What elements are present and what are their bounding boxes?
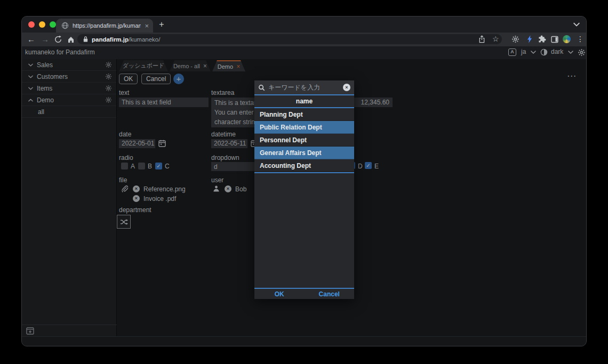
browser-window: https://pandafirm.jp/kumaneko × + ← → pa… (21, 16, 587, 346)
reload-icon[interactable] (54, 36, 62, 43)
browser-tab[interactable]: https://pandafirm.jp/kumaneko × (56, 19, 153, 33)
globe-favicon-icon (61, 22, 69, 29)
forward-icon[interactable]: → (41, 35, 49, 44)
back-icon[interactable]: ← (27, 35, 35, 44)
side-panel-icon[interactable] (551, 36, 558, 43)
url-path: /kumaneko/ (129, 36, 160, 43)
popup-option-general-affairs[interactable]: General Affairs Dept (254, 147, 354, 159)
address-bar[interactable]: pandafirm.jp/kumaneko/ (77, 34, 502, 44)
department-select-popup: × name Planning Dept Public Relation Dep… (254, 80, 354, 299)
tab-close-icon[interactable]: × (145, 22, 149, 29)
browser-menu-icon[interactable]: ⋮ (577, 35, 584, 43)
popup-cancel-button[interactable]: Cancel (305, 289, 355, 299)
popup-option-planning[interactable]: Planning Dept (254, 108, 354, 121)
popup-option-public-relation[interactable]: Public Relation Dept (254, 121, 354, 134)
new-tab-button[interactable]: + (156, 19, 167, 30)
extension-gear-icon[interactable] (511, 35, 519, 43)
popup-empty-area (254, 173, 354, 288)
profile-avatar[interactable] (563, 35, 571, 43)
bookmark-star-icon[interactable]: ☆ (492, 35, 499, 43)
popup-search-input[interactable] (268, 84, 340, 91)
lock-icon (83, 36, 89, 43)
browser-tab-title: https://pandafirm.jp/kumaneko (73, 22, 141, 29)
lightning-extension-icon[interactable] (527, 35, 532, 43)
home-icon[interactable] (67, 36, 75, 43)
popup-column-header: name (254, 95, 354, 107)
extensions-puzzle-icon[interactable] (538, 35, 546, 43)
window-minimize-button[interactable] (39, 21, 45, 28)
popup-ok-button[interactable]: OK (254, 289, 305, 299)
tab-search-chevron-icon[interactable] (573, 22, 580, 27)
window-close-button[interactable] (28, 21, 35, 28)
popup-search-bar: × (254, 80, 354, 94)
popup-option-personnel[interactable]: Personnel Dept (254, 134, 354, 147)
popup-footer: OK Cancel (254, 289, 354, 299)
browser-tab-strip: https://pandafirm.jp/kumaneko × + (22, 17, 586, 33)
clear-search-icon[interactable]: × (343, 84, 350, 91)
window-zoom-button[interactable] (50, 21, 56, 28)
search-icon (258, 84, 265, 91)
popup-option-accounting[interactable]: Accounting Dept (254, 159, 354, 172)
url-domain: pandafirm.jp (92, 36, 129, 43)
share-icon[interactable] (478, 35, 485, 43)
